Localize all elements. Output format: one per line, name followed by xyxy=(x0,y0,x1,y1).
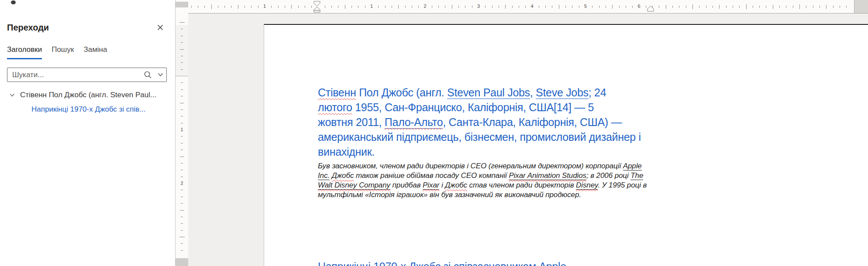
search-options-dropdown[interactable] xyxy=(154,73,166,77)
document-page[interactable]: Стівенн Пол Джобс (англ. Steven Paul Job… xyxy=(264,24,868,266)
pane-tabs: Заголовки Пошук Заміна xyxy=(7,45,107,59)
app-root: 1123456 12 Стівенн Пол Джобс (англ. Stev… xyxy=(0,0,868,266)
pane-title: Переходи xyxy=(7,23,49,33)
document-paragraph: Був засновником, членом ради директорів … xyxy=(318,161,647,200)
chevron-down-icon[interactable] xyxy=(9,92,15,98)
tree-item-label: Стівенн Пол Джобс (англ. Steven Paul... xyxy=(20,91,156,99)
navigation-pane: Переходи Заголовки Пошук Заміна xyxy=(0,0,176,266)
first-line-indent-marker[interactable] xyxy=(313,1,320,13)
close-icon xyxy=(157,24,164,31)
v-ruler-margin-zone xyxy=(176,25,188,76)
tree-item-heading-2[interactable]: Наприкінці 1970-х Джобс зі спів... xyxy=(0,103,175,116)
chevron-down-icon xyxy=(158,73,163,77)
toolbar-artifact xyxy=(11,0,16,4)
tree-item-heading-1[interactable]: Стівенн Пол Джобс (англ. Steven Paul... xyxy=(0,89,175,102)
search-input[interactable] xyxy=(7,71,141,79)
vertical-ruler: 12 xyxy=(176,0,188,266)
tab-headings[interactable]: Заголовки xyxy=(7,45,42,59)
document-heading: Стівенн Пол Джобс (англ. Steven Paul Job… xyxy=(318,85,641,159)
right-indent-marker[interactable] xyxy=(647,5,654,12)
tab-search[interactable]: Пошук xyxy=(52,45,74,59)
v-ruler-bottom-margin-block xyxy=(176,258,188,266)
search-icon-button[interactable] xyxy=(141,71,154,79)
search-box xyxy=(7,68,167,82)
ruler-right-margin-block xyxy=(854,0,868,13)
tree-item-label: Наприкінці 1970-х Джобс зі спів... xyxy=(31,105,146,114)
v-ruler-top-margin-block xyxy=(176,2,188,7)
document-clipped-line: Наприкінці 1970-х Джобс зі співзасновник… xyxy=(318,260,566,266)
tab-replace[interactable]: Заміна xyxy=(83,45,107,59)
magnifier-icon xyxy=(144,71,152,79)
v-ruler-margin-boundary[interactable] xyxy=(176,76,188,76)
close-button[interactable] xyxy=(154,21,166,34)
